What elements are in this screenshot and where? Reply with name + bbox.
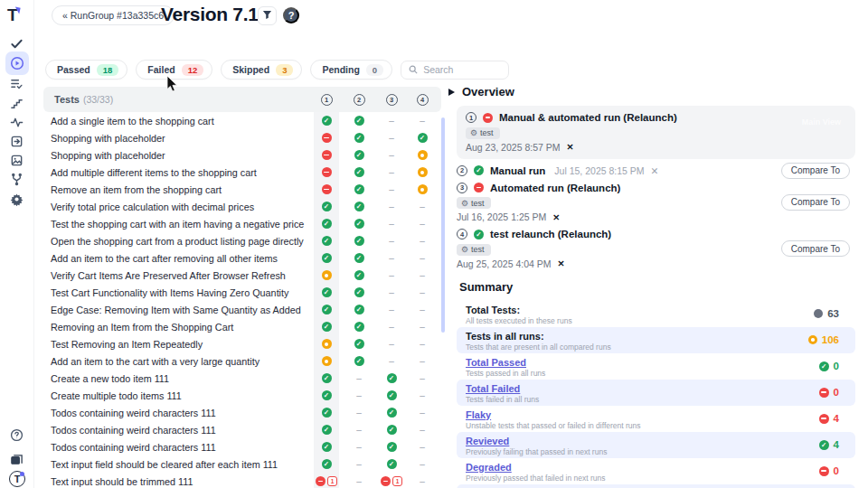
check-icon [10, 37, 24, 51]
sidebar-item-gear-icon[interactable] [5, 187, 29, 211]
run-item-3[interactable]: 3Automated run (Relaunch)⚙testJul 16, 20… [457, 183, 855, 223]
compare-to-button[interactable]: Compare To [781, 194, 850, 211]
test-name: Verify total price calculation with deci… [51, 202, 254, 212]
test-row[interactable]: Shopping with placeholder– [43, 146, 441, 164]
question-icon: ? [288, 10, 295, 21]
circled-number: 2 [354, 94, 365, 106]
status-failed-icon [819, 388, 829, 398]
test-row[interactable]: Text input should be trimmed 1111–1– [43, 473, 441, 488]
run-item-1[interactable]: 1Manual & automated run (Relaunch)⚙testA… [457, 106, 855, 159]
test-row[interactable]: Shopping with placeholder– [43, 129, 441, 146]
status-none-icon: – [420, 374, 425, 383]
remove-run-icon[interactable]: ✕ [567, 142, 574, 152]
summary-link[interactable]: Degraded [466, 462, 846, 473]
status-passed-icon [819, 361, 829, 371]
remove-run-icon[interactable]: ✕ [558, 258, 565, 268]
test-row[interactable]: Verify total price calculation with deci… [43, 198, 441, 215]
status-none-icon: – [420, 117, 425, 126]
chip-skipped[interactable]: Skipped 3 [221, 60, 302, 80]
test-row[interactable]: Create multiple todo items 111–– [43, 387, 441, 404]
chip-passed[interactable]: Passed 18 [45, 60, 127, 80]
status-cell [410, 181, 434, 198]
status-passed-icon [474, 230, 484, 239]
compare-to-button[interactable]: Compare To [781, 240, 850, 257]
status-cell [315, 301, 338, 318]
help-button[interactable]: ? [283, 7, 299, 23]
status-passed-icon [387, 459, 397, 469]
filter-button[interactable] [258, 6, 277, 25]
test-row[interactable]: Open the shopping cart from a product li… [43, 232, 441, 249]
test-row[interactable]: Add a single item to the shopping cart–– [43, 112, 441, 129]
status-passed-icon [322, 390, 332, 400]
run-column-header-2[interactable]: 2 [348, 94, 370, 106]
chip-label: Pending [322, 64, 359, 75]
test-row[interactable]: Verify Cart Items Are Preserved After Br… [43, 267, 441, 284]
test-row[interactable]: Add an item to the cart with a very larg… [43, 352, 441, 370]
status-passed-icon [322, 305, 332, 314]
status-passed-icon [387, 408, 397, 418]
comment-badge[interactable]: 1 [327, 476, 337, 486]
sidebar: T T [0, 0, 34, 488]
test-row[interactable]: Edge Case: Removing Item with Same Quant… [43, 301, 441, 318]
play-circle-icon [10, 56, 24, 70]
test-row[interactable]: Add multiple different items to the shop… [43, 164, 441, 181]
test-row[interactable]: Add an item to the cart after removing a… [43, 249, 441, 267]
status-failed-icon [322, 167, 332, 177]
status-none-icon: – [356, 443, 362, 452]
run-column-header-3[interactable]: 3 [381, 94, 402, 106]
chip-pending[interactable]: Pending 0 [310, 60, 392, 80]
status-cell: – [380, 232, 403, 249]
test-row[interactable]: Test the shopping cart with an item havi… [43, 215, 441, 232]
status-cell: – [410, 215, 434, 232]
app-logo[interactable]: T [7, 5, 18, 25]
test-name: Add an item to the cart after removing a… [51, 253, 278, 264]
status-cell [315, 335, 338, 352]
compare-to-button[interactable]: Compare To [781, 163, 850, 179]
summary-row: FlakyUnstable tests that passed or faile… [457, 406, 855, 432]
test-row[interactable]: Todos containing weird characters 111–– [43, 404, 441, 421]
overview-heading: Overview [462, 85, 514, 99]
test-row[interactable]: Removing an Item from the Shopping Cart–… [43, 318, 441, 335]
remove-run-icon[interactable]: ✕ [552, 212, 560, 222]
run-column-header-4[interactable]: 4 [411, 94, 433, 106]
status-cell [315, 129, 338, 146]
panel-scrollbar[interactable] [441, 117, 445, 333]
status-cell [315, 284, 338, 301]
status-cell [347, 164, 371, 181]
status-cell: – [410, 301, 434, 318]
test-row[interactable]: Create a new todo item 111–– [43, 370, 441, 387]
run-item-2[interactable]: 2Manual runJul 15, 2025 8:15 PM ✕Compare… [457, 165, 855, 176]
summary-row: Total FailedTests failed in all runs0 [457, 380, 855, 406]
library-icon[interactable] [5, 447, 29, 471]
summary-link[interactable]: Total Passed [466, 357, 846, 368]
user-avatar[interactable]: T [9, 471, 25, 487]
status-passed-icon [354, 219, 364, 229]
test-row[interactable]: Remove an item from the shopping cart– [43, 181, 441, 198]
test-name: Test Cart Functionality with Items Havin… [51, 287, 288, 298]
summary-link[interactable]: Flaky [466, 409, 846, 420]
search-input[interactable] [423, 64, 495, 75]
summary-link[interactable]: Total Failed [466, 383, 846, 394]
help-circle-icon[interactable] [5, 423, 29, 446]
status-skipped-icon [418, 184, 428, 194]
test-name: Open the shopping cart from a product li… [51, 236, 304, 247]
collapse-toggle-icon[interactable] [448, 89, 455, 96]
comment-badge[interactable]: 1 [392, 476, 402, 486]
test-row[interactable]: Todos containing weird characters 111–– [43, 438, 441, 455]
status-cell [315, 112, 338, 129]
overview-section-header: Overview [448, 85, 855, 99]
back-to-rungroup-button[interactable]: « RunGroup #13a335c6 [52, 5, 175, 25]
test-row[interactable]: Test Cart Functionality with Items Havin… [43, 284, 441, 301]
test-row[interactable]: Todos containing weird characters 111–– [43, 421, 441, 438]
chip-failed[interactable]: Failed 12 [136, 60, 212, 80]
search-icon [409, 61, 418, 78]
status-cell [380, 455, 403, 473]
run-item-4[interactable]: 4test relaunch (Relaunch)⚙testAug 25, 20… [457, 229, 855, 269]
status-passed-icon [322, 236, 332, 246]
status-cell [380, 370, 403, 387]
test-row[interactable]: Text input field should be cleared after… [43, 455, 441, 473]
run-column-header-1[interactable]: 1 [316, 94, 337, 106]
test-row[interactable]: Test Removing an Item Repeatedly–– [43, 335, 441, 352]
summary-link[interactable]: Revieved [466, 436, 846, 446]
remove-run-icon[interactable]: ✕ [651, 165, 659, 176]
